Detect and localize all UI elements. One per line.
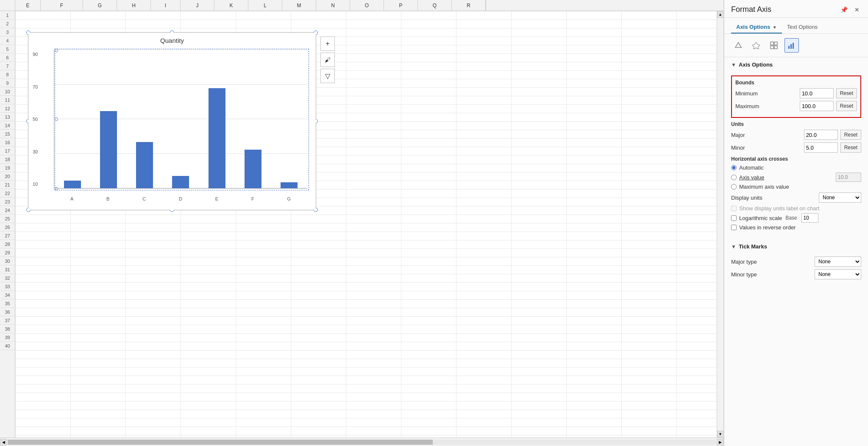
chart-inner: Quantity 10 30 50 70 bbox=[28, 33, 316, 210]
scroll-up-button[interactable]: ▲ bbox=[717, 11, 724, 18]
row-num: 37 bbox=[0, 316, 15, 325]
radio-max-axis-value-label: Maximum axis value bbox=[739, 184, 789, 190]
x-label-c: C bbox=[142, 196, 146, 201]
log-scale-checkbox[interactable] bbox=[731, 215, 737, 221]
tab-dropdown-icon: ▼ bbox=[773, 25, 777, 30]
y-label: 70 bbox=[33, 84, 39, 89]
row-num: 33 bbox=[0, 282, 15, 291]
row-num: 3 bbox=[0, 28, 15, 36]
bar-a bbox=[64, 181, 81, 188]
icon-toolbar bbox=[724, 34, 868, 57]
row-num: 8 bbox=[0, 70, 15, 79]
minor-row: Minor Reset bbox=[731, 142, 861, 153]
x-label-f: F bbox=[251, 196, 254, 201]
minimum-input[interactable] bbox=[800, 88, 834, 98]
show-display-checkbox[interactable] bbox=[731, 206, 737, 211]
panel-close-icon[interactable]: ✕ bbox=[853, 6, 861, 14]
col-headers: E F G H I J K L M N O P Q R bbox=[0, 0, 723, 11]
minor-reset-button[interactable]: Reset bbox=[840, 142, 861, 153]
h-axis-crosses-section: Horizontal axis crosses Automatic Axis v… bbox=[731, 156, 861, 190]
tick-marks-content: Major type None Inside Outside Cross Min… bbox=[724, 254, 868, 287]
collapse-icon: ▼ bbox=[731, 62, 736, 68]
maximum-reset-button[interactable]: Reset bbox=[836, 101, 857, 111]
x-label-d: D bbox=[179, 196, 182, 201]
chart-filter-button[interactable]: ▽ bbox=[320, 69, 335, 83]
axis-options-label: Axis Options bbox=[739, 61, 861, 68]
major-reset-button[interactable]: Reset bbox=[840, 130, 861, 140]
row-num: 9 bbox=[0, 79, 15, 87]
major-input[interactable] bbox=[804, 130, 838, 140]
bar-c bbox=[136, 142, 153, 188]
radio-max-axis-value-row: Maximum axis value bbox=[731, 184, 861, 190]
radio-automatic-label: Automatic bbox=[739, 164, 764, 171]
chart-add-element-button[interactable]: + bbox=[320, 36, 335, 51]
minimum-row: Minimum Reset bbox=[735, 88, 857, 98]
major-type-dropdown[interactable]: None Inside Outside Cross bbox=[815, 256, 861, 267]
col-header-O: O bbox=[350, 0, 384, 11]
col-header-P: P bbox=[384, 0, 418, 11]
tab-axis-options[interactable]: Axis Options ▼ bbox=[731, 21, 782, 33]
radio-automatic[interactable] bbox=[731, 165, 737, 170]
panel-tabs: Axis Options ▼ Text Options bbox=[724, 18, 868, 34]
maximum-input[interactable] bbox=[800, 101, 834, 111]
minor-input[interactable] bbox=[804, 142, 838, 153]
row-num: 38 bbox=[0, 325, 15, 333]
effects-icon-btn[interactable] bbox=[749, 38, 763, 53]
grid-cells[interactable]: Quantity 10 30 50 70 bbox=[15, 11, 717, 438]
row-num: 21 bbox=[0, 181, 15, 189]
radio-axis-value[interactable] bbox=[731, 175, 737, 180]
horizontal-scrollbar-track[interactable] bbox=[8, 440, 716, 445]
x-label-a: A bbox=[70, 196, 73, 201]
display-units-dropdown[interactable]: None Hundreds Thousands Millions Billion… bbox=[819, 192, 861, 203]
base-input[interactable] bbox=[801, 213, 818, 223]
row-num: 16 bbox=[0, 138, 15, 147]
axis-value-input[interactable] bbox=[836, 173, 861, 182]
vertical-scrollbar[interactable]: ▲ ▼ bbox=[717, 11, 723, 438]
row-num: 1 bbox=[0, 11, 15, 20]
minor-type-row: Minor type None Inside Outside Cross bbox=[731, 269, 861, 279]
svg-marker-0 bbox=[735, 42, 741, 47]
scroll-down-button[interactable]: ▼ bbox=[717, 431, 724, 438]
effects-icon bbox=[752, 42, 760, 49]
axis-options-section-header[interactable]: ▼ Axis Options bbox=[724, 57, 868, 72]
radio-max-axis-value[interactable] bbox=[731, 184, 737, 190]
scroll-track-v[interactable] bbox=[717, 18, 723, 431]
panel-title: Format Axis bbox=[731, 5, 771, 14]
bounds-box: Bounds Minimum Reset Maximum Reset bbox=[731, 75, 861, 118]
chart-container[interactable]: Quantity 10 30 50 70 bbox=[28, 32, 316, 210]
size-properties-icon-btn[interactable] bbox=[767, 38, 781, 53]
row-num: 35 bbox=[0, 299, 15, 308]
log-scale-label: Logarithmic scale bbox=[739, 215, 782, 221]
row-num: 5 bbox=[0, 45, 15, 53]
axis-options-icon-btn[interactable] bbox=[785, 38, 799, 53]
svg-marker-1 bbox=[752, 42, 760, 49]
x-axis-labels: A B C D E F G bbox=[54, 196, 307, 201]
row-num: 13 bbox=[0, 113, 15, 121]
row-num: 31 bbox=[0, 265, 15, 274]
tab-text-options[interactable]: Text Options bbox=[782, 21, 823, 33]
fill-line-icon-btn[interactable] bbox=[731, 38, 746, 53]
svg-rect-5 bbox=[774, 46, 777, 49]
minor-type-dropdown[interactable]: None Inside Outside Cross bbox=[815, 269, 861, 279]
reverse-order-checkbox[interactable] bbox=[731, 225, 737, 230]
row-num: 27 bbox=[0, 231, 15, 240]
panel-pin-icon[interactable]: 📌 bbox=[839, 6, 849, 14]
row-num: 20 bbox=[0, 172, 15, 181]
bounds-label: Bounds bbox=[735, 80, 857, 86]
x-label-b: B bbox=[106, 196, 109, 201]
row-num: 29 bbox=[0, 248, 15, 257]
row-num: 15 bbox=[0, 130, 15, 138]
tick-marks-section-header[interactable]: ▼ Tick Marks bbox=[724, 239, 868, 254]
chart-style-button[interactable]: 🖌 bbox=[320, 53, 335, 67]
radio-group: Automatic Axis value Maximum axis value bbox=[731, 164, 861, 190]
panel-header: Format Axis 📌 ✕ bbox=[724, 0, 868, 18]
horizontal-scrollbar-thumb[interactable] bbox=[8, 440, 433, 445]
col-header-J: J bbox=[181, 0, 214, 11]
row-num: 7 bbox=[0, 62, 15, 70]
scroll-right-button[interactable]: ▶ bbox=[717, 439, 723, 446]
col-header-Q: Q bbox=[418, 0, 452, 11]
bar-d bbox=[172, 176, 189, 188]
scroll-left-button[interactable]: ◀ bbox=[0, 439, 7, 446]
h-gridline bbox=[54, 119, 307, 119]
minimum-reset-button[interactable]: Reset bbox=[836, 88, 857, 98]
